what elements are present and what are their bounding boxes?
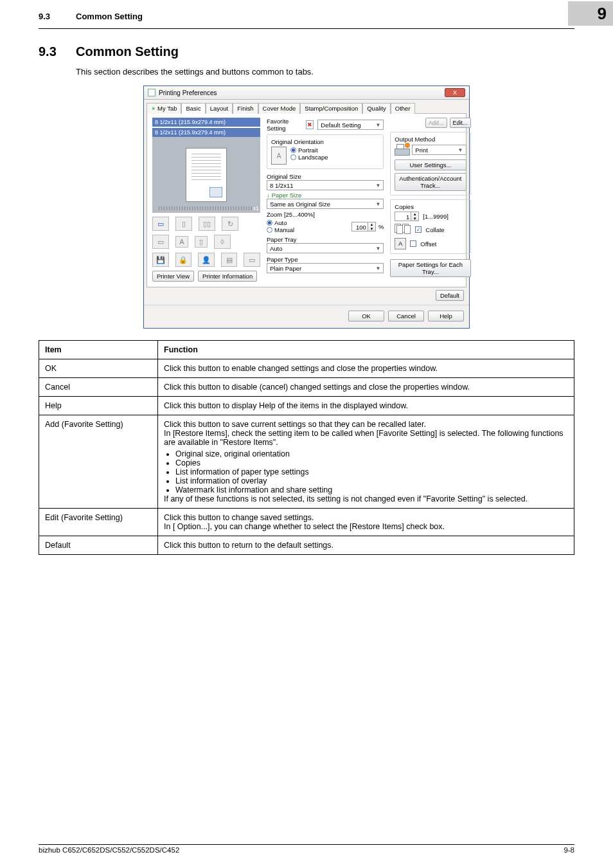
table-row: OK Click this button to enable changed s… — [39, 359, 574, 378]
copies-spinner[interactable]: 1 ▲▼ — [395, 212, 419, 221]
chevron-down-icon: ▼ — [375, 201, 380, 207]
cell-item: Edit (Favorite Setting) — [39, 509, 158, 536]
user-icon[interactable]: 👤 — [198, 253, 215, 267]
landscape-label: Landscape — [298, 154, 328, 161]
edit-line2: In [ Option...], you can change whether … — [164, 522, 445, 531]
footer-model: bizhub C652/C652DS/C552/C552DS/C452 — [39, 846, 179, 854]
paper-settings-tray-button[interactable]: Paper Settings for Each Tray... — [390, 259, 470, 277]
list-item: Watermark list information and share set… — [175, 485, 568, 494]
source-size-bar[interactable]: 8 1/2x11 (215.9x279.4 mm) — [152, 118, 260, 127]
favorite-setting-dropdown[interactable]: Default Setting ▼ — [317, 120, 384, 130]
down-arrow-icon: ↓ — [267, 192, 270, 199]
collate-label: Collate — [425, 226, 445, 233]
paper-type-value: Plain Paper — [270, 265, 301, 272]
copies-range: [1...9999] — [423, 213, 449, 220]
delete-favorite-icon[interactable]: ✖ — [306, 120, 314, 129]
landscape-radio[interactable]: Landscape — [290, 154, 328, 161]
cell-item: Help — [39, 397, 158, 415]
original-size-value: 8 1/2x11 — [270, 182, 293, 189]
help-button[interactable]: Help — [428, 311, 464, 321]
zoom-auto-radio[interactable]: Auto — [267, 219, 294, 226]
tab-quality[interactable]: Quality — [362, 103, 391, 114]
close-button[interactable]: X — [445, 88, 465, 97]
tab-my-tab[interactable]: ✶My Tab — [147, 103, 181, 114]
source-size-text: 8 1/2x11 (215.9x279.4 mm) — [155, 119, 226, 125]
nup-icon[interactable]: ▯ — [175, 217, 192, 231]
ok-button[interactable]: OK — [348, 311, 384, 321]
cell-function: Click this button to enable changed sett… — [158, 359, 574, 378]
cell-function: Click this button to display Help of the… — [158, 397, 574, 415]
staple-icon[interactable]: ▭ — [152, 235, 169, 249]
original-orientation-label: Original Orientation — [271, 138, 379, 145]
paper-tray-value: Auto — [270, 245, 283, 252]
tab-basic[interactable]: Basic — [181, 103, 205, 114]
zoom-ratio-label: x1 — [253, 205, 259, 212]
chevron-down-icon: ▼ — [375, 183, 380, 188]
cancel-button[interactable]: Cancel — [388, 311, 424, 321]
paper-type-label: Paper Type — [267, 256, 384, 263]
zoom-value: 100 — [351, 222, 368, 231]
th-item: Item — [39, 341, 158, 359]
finish-icon[interactable]: ◊ — [214, 235, 231, 249]
lock-icon[interactable]: 🔒 — [175, 253, 192, 267]
zoom-manual-radio[interactable]: Manual — [267, 226, 294, 233]
chevron-down-icon: ▼ — [375, 246, 380, 251]
blank-icon[interactable]: ▭ — [244, 253, 260, 267]
table-row: Edit (Favorite Setting) Click this butto… — [39, 509, 574, 536]
page-icon[interactable]: ▯ — [195, 236, 208, 248]
tab-other[interactable]: Other — [391, 103, 415, 114]
tab-layout[interactable]: Layout — [206, 103, 233, 114]
edit-favorite-button[interactable]: Edit... — [450, 118, 471, 128]
pages-icon[interactable]: ▭ — [152, 217, 169, 231]
paper-type-dropdown[interactable]: Plain Paper▼ — [267, 263, 384, 273]
tab-finish[interactable]: Finish — [233, 103, 258, 114]
tab-stamp-composition[interactable]: Stamp/Composition — [300, 103, 362, 114]
list-item: List information of paper type settings — [175, 467, 568, 476]
offset-checkbox[interactable] — [410, 240, 416, 247]
user-settings-button[interactable]: User Settings... — [395, 159, 466, 170]
cell-function: Click this button to return to the defau… — [158, 536, 574, 555]
table-row: Add (Favorite Setting) Click this button… — [39, 415, 574, 509]
paper-tray-dropdown[interactable]: Auto▼ — [267, 243, 384, 253]
dialog-title: Printing Preferences — [159, 89, 445, 96]
collate-checkbox[interactable]: ✓ — [415, 226, 422, 233]
percent-label: % — [378, 223, 384, 230]
function-table: Item Function OK Click this button to en… — [39, 340, 574, 555]
app-icon — [148, 89, 155, 96]
list-item: Original size, original orientation — [175, 449, 568, 458]
tab-my-tab-label: My Tab — [157, 105, 177, 112]
zoom-value-spinner[interactable]: 100 ▲▼ — [351, 222, 376, 231]
chevron-down-icon: ▼ — [375, 122, 380, 128]
table-row: Help Click this button to display Help o… — [39, 397, 574, 415]
table-row: Default Click this button to return to t… — [39, 536, 574, 555]
rotate-icon[interactable]: ↻ — [222, 217, 238, 231]
add-outro: If any of these functions is not selecte… — [164, 494, 528, 503]
copies-label: Copies — [395, 203, 466, 210]
add-favorite-button[interactable]: Add... — [425, 118, 447, 128]
paper-size-value: Same as Original Size — [270, 201, 330, 208]
zoom-manual-label: Manual — [274, 226, 294, 233]
cell-item: Cancel — [39, 378, 158, 397]
portrait-radio[interactable]: Portrait — [290, 147, 328, 154]
original-size-dropdown[interactable]: 8 1/2x11▼ — [267, 180, 384, 190]
orientation-preview-icon: A — [271, 147, 287, 165]
spinner-icon: ▲▼ — [368, 222, 376, 231]
printer-information-button[interactable]: Printer Information — [198, 271, 257, 282]
collate-icon — [395, 224, 411, 235]
duplex-icon[interactable]: ▯▯ — [199, 217, 215, 231]
save-icon[interactable]: 💾 — [152, 253, 169, 267]
auth-account-track-button[interactable]: Authentication/Account Track... — [395, 173, 466, 191]
sheet-icon[interactable]: ▤ — [221, 253, 238, 267]
chevron-down-icon: ▼ — [458, 147, 463, 153]
output-method-dropdown[interactable]: Print▼ — [412, 145, 466, 155]
cell-function: Click this button to save current settin… — [158, 415, 574, 509]
letter-a-icon[interactable]: A — [175, 236, 188, 248]
paper-size-dropdown[interactable]: Same as Original Size▼ — [267, 199, 384, 209]
tab-cover-mode[interactable]: Cover Mode — [258, 103, 301, 114]
section-number: 9.3 — [39, 44, 76, 59]
cell-function: Click this button to change saved settin… — [158, 509, 574, 536]
default-button[interactable]: Default — [436, 290, 464, 301]
chapter-number: 9 — [568, 1, 613, 26]
printer-view-button[interactable]: Printer View — [152, 271, 194, 282]
cell-function: Click this button to disable (cancel) ch… — [158, 378, 574, 397]
